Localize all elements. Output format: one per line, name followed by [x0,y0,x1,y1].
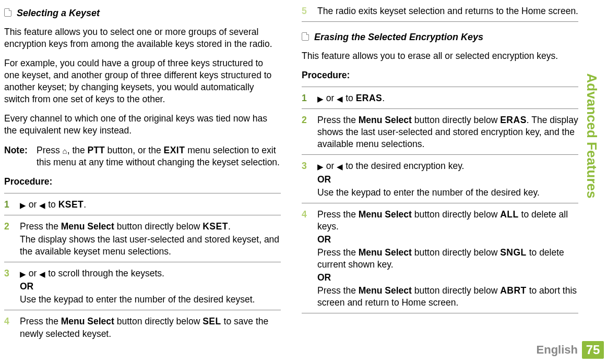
page-number: 75 [582,341,604,359]
text: Press the [20,221,61,232]
right-arrow-icon: ▶ [317,162,324,172]
note-row: Note: Press ⌂, the PTT button, or the EX… [4,144,281,168]
note-label: Note: [4,144,37,168]
step-body: ▶ or ◀ to ERAS. [317,92,578,104]
text: Press the [317,285,359,296]
menu-kset: KSET [203,221,228,232]
step-number: 3 [4,268,20,306]
text: or [324,93,337,103]
steps-list: 1 ▶ or ◀ to KSET. 2 Press the Menu Selec… [4,199,281,344]
procedure-label: Procedure: [4,176,281,188]
text: , the [67,145,88,155]
text: to scroll through the keysets. [45,268,164,278]
step: 3 ▶ or ◀ to scroll through the keysets. … [4,268,281,310]
text: button directly below [412,115,500,125]
step-body: Press the Menu Select button directly be… [20,316,281,339]
step-body: ▶ or ◀ to scroll through the keysets. OR… [20,268,281,306]
paragraph: Every channel to which one of the origin… [4,113,281,137]
step-body: ▶ or ◀ to KSET. [20,199,281,211]
step: 1 ▶ or ◀ to KSET. [4,199,281,215]
page-content: Selecting a Keyset This feature allows y… [0,0,607,344]
title-text: Erasing the Selected Encryption Keys [314,32,483,42]
menu-all: ALL [500,209,519,220]
menu-select-label: Menu Select [61,221,114,232]
paragraph: This feature allows you to erase all or … [302,50,578,62]
paragraph: For example, you could have a group of t… [4,57,281,105]
step-number: 4 [302,209,317,309]
step: 1 ▶ or ◀ to ERAS. [302,92,578,109]
menu-sel: SEL [203,316,221,326]
section-title-selecting-keyset: Selecting a Keyset [4,7,281,20]
step-number: 1 [302,92,317,104]
step: 3 ▶ or ◀ to the desired encryption key. … [302,160,578,203]
sidebar-title: Advanced Features [584,73,600,198]
divider [302,87,578,87]
text: Press the [317,115,359,125]
step-number: 5 [302,5,317,17]
step-number: 2 [302,114,317,150]
step-number: 2 [4,221,20,258]
step-number: 4 [4,316,20,339]
right-arrow-icon: ▶ [20,269,26,280]
paragraph: This feature allows you to select one or… [4,26,281,50]
text: or [324,161,337,171]
left-arrow-icon: ◀ [337,162,343,172]
step-subline: The display shows the last user-selected… [20,234,281,258]
title-text: Selecting a Keyset [17,8,100,18]
procedure-label: Procedure: [302,69,578,81]
menu-abrt: ABRT [500,285,527,296]
menu-select-label: Menu Select [359,247,412,258]
right-arrow-icon: ▶ [20,200,26,211]
step: 5 The radio exits keyset selection and r… [302,5,578,22]
text: Press the [317,247,359,258]
step-body: Press the Menu Select button directly be… [20,221,281,258]
text: Press the [317,209,359,220]
text: button, or the [105,145,164,155]
text: button directly below [412,285,500,296]
text: button directly below [412,247,500,258]
text: Press [37,145,63,155]
step-subline: Press the Menu Select button directly be… [317,285,578,309]
step-subline: Use the keypad to enter the number of th… [20,294,281,306]
steps-list-continued: 5 The radio exits keyset selection and r… [302,5,578,22]
ptt-label: PTT [88,145,105,155]
or-label: OR [317,174,578,186]
step: 2 Press the Menu Select button directly … [4,221,281,262]
text: . [228,221,231,232]
text: or [26,199,39,210]
step: 4 Press the Menu Select button directly … [302,209,578,314]
divider [4,193,281,193]
text: . [84,199,86,210]
text: to the desired encryption key. [343,161,464,171]
step-body: Press the Menu Select button directly be… [317,209,578,309]
menu-eras: ERAS [356,93,383,103]
menu-sngl: SNGL [500,247,527,258]
text: Press the [20,316,61,326]
step-body: The radio exits keyset selection and ret… [317,5,578,17]
right-column: 5 The radio exits keyset selection and r… [302,5,578,339]
menu-select-label: Menu Select [359,285,412,296]
left-arrow-icon: ◀ [39,200,45,211]
or-label: OR [317,234,578,246]
sidebar: Advanced Features [584,42,600,229]
step-number: 1 [4,199,20,211]
text: . [382,93,385,103]
home-icon: ⌂ [63,146,67,156]
menu-kset: KSET [58,199,84,210]
step: 2 Press the Menu Select button directly … [302,114,578,155]
left-column: Selecting a Keyset This feature allows y… [4,5,281,339]
step: 4 Press the Menu Select button directly … [4,316,281,344]
text: to [343,93,355,103]
left-arrow-icon: ◀ [39,269,45,280]
menu-select-label: Menu Select [359,209,412,220]
menu-eras: ERAS [500,115,527,125]
step-body: ▶ or ◀ to the desired encryption key. OR… [317,160,578,198]
text: button directly below [412,209,500,220]
steps-list: 1 ▶ or ◀ to ERAS. 2 Press the Menu Selec… [302,92,578,313]
or-label: OR [20,281,281,293]
text: or [26,268,39,278]
step-body: Press the Menu Select button directly be… [317,114,578,150]
text: button directly below [114,316,203,326]
note-icon [4,8,11,17]
text: to [45,199,58,210]
